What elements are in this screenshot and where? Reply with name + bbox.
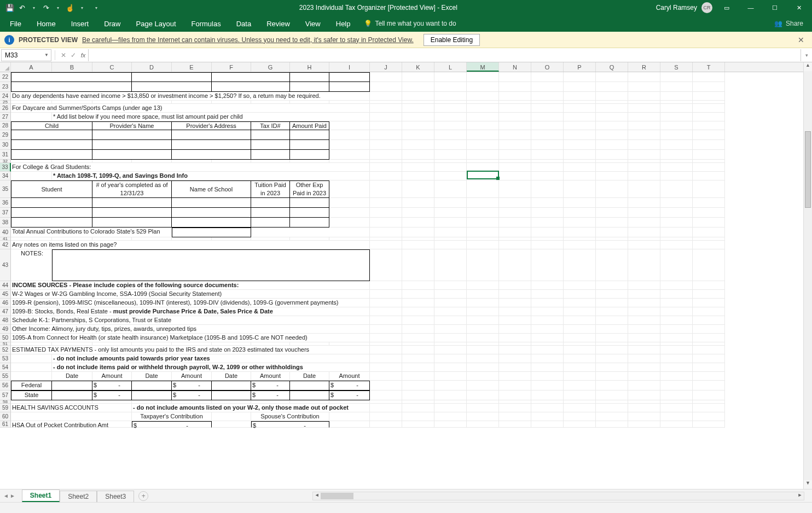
cell[interactable] (596, 121, 628, 130)
cell[interactable] (564, 241, 596, 249)
col-header-m[interactable]: M (467, 62, 499, 72)
cell[interactable] (467, 404, 499, 412)
cell[interactable] (92, 150, 172, 160)
cell[interactable] (434, 299, 467, 307)
cell[interactable] (596, 208, 628, 218)
cell[interactable] (329, 121, 370, 130)
cell[interactable] (660, 307, 693, 316)
cell-text[interactable]: For College & Grad Students: (11, 163, 370, 172)
cell[interactable] (628, 363, 660, 372)
cell[interactable] (434, 241, 467, 249)
cell[interactable] (564, 290, 596, 299)
tab-view[interactable]: View (298, 15, 328, 32)
cell[interactable] (499, 228, 531, 237)
cell[interactable] (628, 346, 660, 354)
cell[interactable] (693, 290, 725, 299)
cell[interactable] (434, 198, 467, 208)
cell[interactable] (564, 325, 596, 334)
cell[interactable] (402, 208, 434, 218)
cell[interactable] (52, 390, 92, 400)
cell[interactable] (329, 150, 370, 160)
cell[interactable] (434, 130, 467, 140)
cell[interactable]: $- (172, 390, 212, 400)
cell[interactable] (660, 130, 693, 140)
cell[interactable] (564, 180, 596, 198)
row-header-26[interactable]: 26 (0, 104, 11, 113)
row-header-43[interactable]: 43 (0, 249, 11, 281)
name-box-dropdown-icon[interactable]: ▼ (44, 53, 49, 57)
row-header-28[interactable]: 28 (0, 121, 11, 130)
cell[interactable] (596, 104, 628, 113)
maximize-icon[interactable]: ☐ (765, 0, 785, 15)
cell[interactable] (693, 421, 725, 428)
cell-header[interactable]: Date (290, 372, 329, 381)
minimize-icon[interactable]: — (741, 0, 761, 15)
cell[interactable] (132, 381, 172, 390)
cell[interactable] (212, 421, 251, 428)
cell[interactable] (564, 121, 596, 130)
cell[interactable] (660, 316, 693, 325)
cell[interactable] (564, 113, 596, 121)
cell[interactable] (434, 354, 467, 363)
cell[interactable] (660, 249, 693, 281)
spreadsheet-grid[interactable]: A B C D E F G H I J K L M N O P Q R S T … (0, 62, 812, 489)
cell[interactable] (628, 104, 660, 113)
cell[interactable] (467, 381, 499, 390)
cell[interactable] (434, 346, 467, 354)
close-icon[interactable]: ✕ (789, 0, 809, 15)
cell[interactable] (11, 140, 92, 150)
tab-home[interactable]: Home (29, 15, 63, 32)
cell[interactable] (531, 140, 564, 150)
tab-help[interactable]: Help (328, 15, 358, 32)
cell[interactable] (467, 121, 499, 130)
cell[interactable] (596, 241, 628, 249)
cell[interactable] (11, 130, 92, 140)
cell[interactable] (531, 412, 564, 421)
cell[interactable] (499, 412, 531, 421)
cell[interactable] (370, 180, 402, 198)
cell[interactable] (434, 172, 467, 180)
cell[interactable] (531, 363, 564, 372)
cell[interactable] (92, 130, 172, 140)
save-icon[interactable]: 💾 (5, 3, 14, 12)
sheet-tab-2[interactable]: Sheet2 (60, 491, 97, 502)
cell[interactable] (402, 381, 434, 390)
cell[interactable] (370, 390, 402, 400)
cell[interactable] (11, 72, 132, 82)
cell-label[interactable]: State (11, 390, 52, 400)
cell[interactable] (564, 372, 596, 381)
cell[interactable] (434, 104, 467, 113)
sheet-nav-next-icon[interactable]: ► (10, 493, 15, 499)
cell[interactable] (596, 290, 628, 299)
cell[interactable] (596, 163, 628, 172)
cell[interactable] (660, 354, 693, 363)
cell[interactable] (402, 82, 434, 92)
cell[interactable] (370, 163, 402, 172)
cell-label[interactable]: Federal (11, 381, 52, 390)
cell[interactable] (531, 241, 564, 249)
sheet-nav-prev-icon[interactable]: ◄ (3, 493, 9, 499)
cell[interactable] (693, 299, 725, 307)
cell[interactable] (132, 82, 212, 92)
cell[interactable] (290, 72, 329, 82)
formula-input[interactable] (88, 49, 801, 61)
cell[interactable] (402, 354, 434, 363)
cell[interactable] (434, 404, 467, 412)
cell[interactable] (628, 140, 660, 150)
cell[interactable] (564, 92, 596, 101)
cell[interactable] (531, 249, 564, 281)
close-message-icon[interactable]: ✕ (794, 36, 808, 44)
cell[interactable] (499, 208, 531, 218)
cell[interactable] (660, 390, 693, 400)
scroll-down-icon[interactable]: ▼ (804, 480, 812, 489)
cell[interactable] (467, 334, 499, 342)
cell[interactable] (660, 241, 693, 249)
cell-header[interactable]: Spouse's Contribution (251, 412, 329, 421)
tab-draw[interactable]: Draw (96, 15, 128, 32)
cell[interactable] (92, 198, 172, 208)
cell[interactable] (660, 325, 693, 334)
cell[interactable] (212, 412, 251, 421)
scroll-left-icon[interactable]: ◄ (313, 492, 321, 500)
cell[interactable] (172, 208, 251, 218)
cell[interactable] (132, 72, 212, 82)
